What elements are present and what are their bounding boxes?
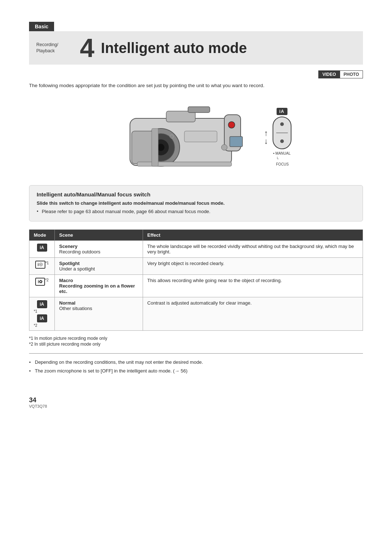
effect-scenery: The whole landscape will be recorded viv… <box>143 240 363 257</box>
header-area: Basic Recording/ Playback 4 Intelligent … <box>29 22 363 65</box>
notes-section: Depending on the recording conditions, t… <box>29 359 363 375</box>
scene-label-scenery: SceneryRecording outdoors <box>55 240 143 257</box>
svg-point-15 <box>221 144 227 150</box>
normal-icon-2: iA <box>37 314 47 322</box>
photo-badge: PHOTO <box>340 71 363 78</box>
chapter-row: Recording/ Playback 4 Intelligent auto m… <box>29 31 363 65</box>
col-header-effect: Effect <box>143 229 363 240</box>
page-number: 34 <box>29 396 363 404</box>
note-item-1: Depending on the recording conditions, t… <box>29 359 363 366</box>
switch-labels: MANUAL └FOCUS <box>273 151 291 167</box>
arrow-updown: ↑ ↓ <box>264 129 268 145</box>
mode-cell-scenery: iA <box>29 240 55 257</box>
macro-superscript: *2 <box>45 278 48 282</box>
table-row: iA SceneryRecording outdoors The whole l… <box>29 240 363 257</box>
switch-dot-top <box>280 122 284 126</box>
spotlight-icon: i☉ <box>35 261 45 269</box>
col-header-scene: Scene <box>55 229 143 240</box>
page-code: VQT3Q78 <box>29 404 363 408</box>
scenery-icon: iA <box>37 244 47 252</box>
mode-cell-spotlight: i☉*1 <box>29 257 55 274</box>
mode-cell-macro: i✿*2 <box>29 274 55 297</box>
scene-label-macro: MacroRecording zooming in on a flower et… <box>55 274 143 297</box>
separator <box>29 353 363 354</box>
svg-point-9 <box>228 122 235 128</box>
focus-label: └FOCUS <box>273 156 291 167</box>
page-footer: 34 VQT3Q78 <box>29 396 363 408</box>
table-row: i✿*2 MacroRecording zooming in on a flow… <box>29 274 363 297</box>
effect-normal: Contrast is adjusted automatically for c… <box>143 297 363 330</box>
svg-rect-10 <box>184 131 217 142</box>
normal-icon-1: iA <box>37 300 47 308</box>
video-photo-area: VIDEO PHOTO <box>29 70 363 78</box>
intro-text: The following modes appropriate for the … <box>29 82 363 89</box>
table-row: iA*1 iA*2 NormalOther situations Contras… <box>29 297 363 330</box>
recording-label: Recording/ Playback <box>36 42 69 54</box>
svg-rect-8 <box>188 107 210 113</box>
scene-label-normal: NormalOther situations <box>55 297 143 330</box>
svg-rect-13 <box>230 137 242 147</box>
normal-superscript-1: *1 <box>34 309 37 313</box>
effect-macro: This allows recording while going near t… <box>143 274 363 297</box>
effect-spotlight: Very bright object is recorded clearly. <box>143 257 363 274</box>
footnotes: *1 In motion picture recording mode only… <box>29 336 363 347</box>
page: Basic Recording/ Playback 4 Intelligent … <box>0 0 392 554</box>
macro-icon: i✿ <box>35 278 45 286</box>
video-photo-badge: VIDEO PHOTO <box>318 70 363 78</box>
svg-rect-12 <box>152 129 158 166</box>
svg-rect-11 <box>137 162 232 166</box>
col-header-mode: Mode <box>29 229 55 240</box>
video-badge: VIDEO <box>319 71 339 78</box>
chapter-number: 4 <box>80 35 94 61</box>
modes-table: Mode Scene Effect iA SceneryRecording ou… <box>29 229 363 331</box>
ia-badge: iA <box>277 108 287 115</box>
table-row: i☉*1 SpotlightUnder a spotlight Very bri… <box>29 257 363 274</box>
scene-label-spotlight: SpotlightUnder a spotlight <box>55 257 143 274</box>
footnote-1: *1 In motion picture recording mode only <box>29 336 363 341</box>
normal-superscript-2: *2 <box>34 323 37 327</box>
chapter-title: Intelligent auto mode <box>101 40 247 56</box>
info-box: Intelligent auto/Manual/Manual focus swi… <box>29 185 363 221</box>
spotlight-superscript: *1 <box>45 261 49 265</box>
footnote-2: *2 In still picture recording mode only <box>29 342 363 347</box>
note-item-2: The zoom microphone is set to [OFF] in t… <box>29 367 363 375</box>
switch-oval <box>273 117 291 149</box>
info-box-subtitle: Slide this switch to change intelligent … <box>37 200 355 206</box>
switch-dot-bottom <box>280 139 284 143</box>
info-box-bullet: Please refer to page 63 about manual mod… <box>37 208 355 215</box>
svg-rect-5 <box>132 131 154 164</box>
switch-body: iA MANUAL └FOCUS <box>273 108 291 167</box>
basic-label: Basic <box>29 22 54 31</box>
info-box-title: Intelligent auto/Manual/Manual focus swi… <box>37 191 355 197</box>
camera-illustration <box>101 97 253 178</box>
switch-diagram: ↑ ↓ iA MANUAL └FOCUS <box>264 108 291 167</box>
manual-label: MANUAL <box>273 151 291 156</box>
camera-section: ↑ ↓ iA MANUAL └FOCUS <box>29 97 363 178</box>
mode-cell-normal: iA*1 iA*2 <box>29 297 55 330</box>
